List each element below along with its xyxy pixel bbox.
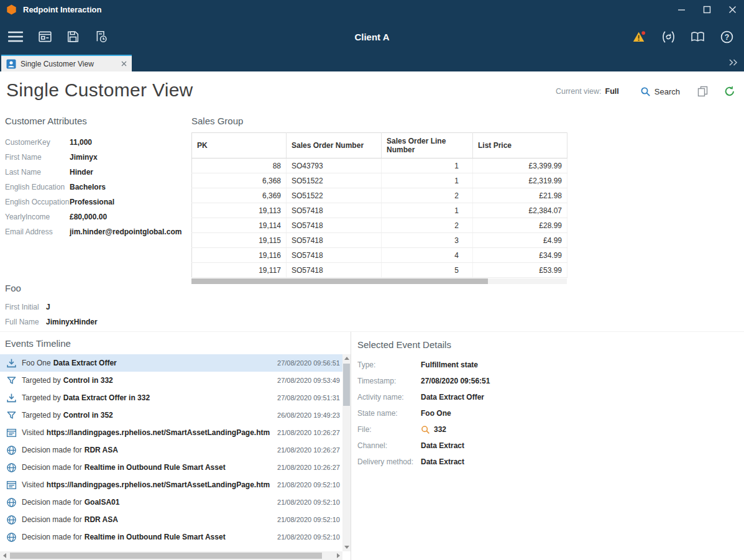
attribute-label: First Initial <box>5 303 46 311</box>
maximize-button[interactable] <box>703 6 711 14</box>
attribute-value: 11,000 <box>70 138 92 147</box>
column-header[interactable]: List Price <box>473 133 567 158</box>
refresh-icon[interactable] <box>724 86 735 97</box>
attribute-value: Hinder <box>70 168 93 177</box>
attribute-row: First InitialJ <box>5 300 98 314</box>
help-icon[interactable] <box>720 30 734 44</box>
current-view-value[interactable]: Full <box>605 87 619 96</box>
menu-icon[interactable] <box>7 30 24 43</box>
targeted-icon <box>6 410 17 421</box>
sync-icon[interactable] <box>661 30 676 44</box>
event-timestamp: 21/08/2020 10:26:27 <box>277 464 340 471</box>
detail-label: Activity name: <box>357 393 421 402</box>
detail-row: Type:Fulfillment state <box>357 360 744 370</box>
table-row[interactable]: 19,113SO574181£2,384.07 <box>192 203 567 218</box>
event-row[interactable]: Visitedhttps://landingpages.rphelios.net… <box>0 476 342 493</box>
event-row[interactable]: Decision made forRealtime in Outbound Ru… <box>0 528 342 546</box>
column-header[interactable]: Sales Order Line Number <box>382 133 473 158</box>
attribute-value: Jiminyx <box>70 153 98 162</box>
detail-row: Timestamp:27/08/2020 09:56:51 <box>357 376 744 386</box>
detail-label: Delivery method: <box>357 457 421 466</box>
search-button[interactable]: Search <box>640 86 680 97</box>
attribute-value: Professional <box>70 198 114 206</box>
table-row[interactable]: 6,368SO515221£2,319.99 <box>192 173 567 188</box>
copy-icon[interactable] <box>697 86 708 97</box>
scrollbar-thumb[interactable] <box>10 553 322 559</box>
table-row[interactable]: 19,114SO574182£28.99 <box>192 218 567 233</box>
history-icon[interactable] <box>94 30 108 43</box>
close-tab-icon[interactable] <box>121 61 127 67</box>
event-timestamp: 21/08/2020 09:52:10 <box>277 498 340 506</box>
scroll-right-icon[interactable] <box>334 551 342 560</box>
close-button[interactable] <box>728 6 737 14</box>
event-row[interactable]: Targeted byControl in 332 27/08/2020 09:… <box>0 372 342 389</box>
cell-order: SO57418 <box>287 203 382 218</box>
table-row[interactable]: 6,369SO515222£21.98 <box>192 188 567 203</box>
event-row[interactable]: Decision made forGoalSA01 21/08/2020 09:… <box>0 493 342 511</box>
scroll-up-icon[interactable] <box>342 354 351 362</box>
event-subject: RDR ASA <box>85 515 118 524</box>
attribute-row: YearlyIncome£80,000.00 <box>5 209 188 224</box>
attribute-value: jim.hinder@redpointglobal.com <box>70 227 181 236</box>
workspace-icon[interactable] <box>39 30 52 43</box>
detail-row: Delivery method:Data Extract <box>357 457 744 467</box>
foo-section: Foo First InitialJ Full NameJiminyxHinde… <box>5 283 98 329</box>
scrollbar-thumb[interactable] <box>343 364 350 406</box>
attribute-row: Last NameHinder <box>5 165 188 180</box>
cell-price: £53.99 <box>473 263 567 278</box>
detail-label: Type: <box>357 360 421 369</box>
event-prefix: Decision made for <box>22 498 82 507</box>
event-row[interactable]: Targeted byControl in 352 26/08/2020 19:… <box>0 406 342 424</box>
attribute-row: Full NameJiminyxHinder <box>5 314 98 329</box>
cell-order: SO57418 <box>287 233 382 248</box>
section-title: Selected Event Details <box>357 339 744 350</box>
events-list: Foo OneData Extract Offer 27/08/2020 09:… <box>0 354 342 551</box>
column-header[interactable]: PK <box>192 133 287 158</box>
page-header-actions: Current view: Full Search <box>556 86 735 97</box>
library-icon[interactable] <box>691 30 705 44</box>
cell-price: £4.99 <box>473 233 567 248</box>
scroll-down-icon[interactable] <box>342 543 351 551</box>
save-icon[interactable] <box>67 30 80 43</box>
events-vertical-scrollbar[interactable] <box>342 354 351 551</box>
table-row[interactable]: 88SO437931£3,399.99 <box>192 158 567 173</box>
detail-value[interactable]: 332 <box>434 425 446 434</box>
detail-label: State name: <box>357 409 421 418</box>
scroll-left-icon[interactable] <box>0 551 9 560</box>
webpage-icon <box>6 428 17 438</box>
detail-row: Activity name:Data Extract Offer <box>357 392 744 402</box>
event-row[interactable]: Targeted byData Extract Offer in 332 27/… <box>0 389 342 406</box>
tab-overflow-icon[interactable] <box>728 58 738 67</box>
scrollbar-thumb[interactable] <box>191 278 488 284</box>
event-row[interactable]: Decision made forRDR ASA 21/08/2020 09:5… <box>0 511 342 528</box>
table-row[interactable]: 19,116SO574184£34.99 <box>192 248 567 263</box>
webpage-icon <box>6 480 17 490</box>
sales-horizontal-scrollbar[interactable] <box>191 278 567 284</box>
event-row[interactable]: Decision made forRDR ASA 21/08/2020 10:2… <box>0 441 342 459</box>
file-search-icon[interactable] <box>421 425 430 434</box>
column-header[interactable]: Sales Order Number <box>287 133 382 158</box>
detail-row: Channel:Data Extract <box>357 441 744 451</box>
cell-line: 1 <box>382 173 473 188</box>
event-subject: Control in 352 <box>63 411 113 420</box>
decision-globe-icon <box>6 515 17 525</box>
minimize-button[interactable] <box>677 6 686 14</box>
table-row[interactable]: 19,117SO574185£53.99 <box>192 263 567 278</box>
event-row[interactable]: Foo OneData Extract Offer 27/08/2020 09:… <box>0 354 342 372</box>
event-prefix: Decision made for <box>22 515 82 524</box>
cell-order: SO57418 <box>287 263 382 278</box>
cell-order: SO43793 <box>287 158 382 173</box>
tab-single-customer-view[interactable]: Single Customer View <box>1 55 132 71</box>
event-prefix: Foo One <box>22 359 51 367</box>
attribute-label: English Occupation <box>5 198 70 206</box>
attribute-label: CustomerKey <box>5 138 70 147</box>
alerts-icon[interactable] <box>632 30 646 44</box>
table-row[interactable]: 19,115SO574183£4.99 <box>192 233 567 248</box>
event-subject: Realtime in Outbound Rule Smart Asset <box>85 533 226 541</box>
event-subject: https://landingpages.rphelios.net/SmartA… <box>47 428 270 437</box>
events-horizontal-scrollbar[interactable] <box>0 551 342 560</box>
attribute-label: YearlyIncome <box>5 213 70 221</box>
download-icon <box>6 393 17 403</box>
event-row[interactable]: Decision made forRealtime in Outbound Ru… <box>0 459 342 476</box>
event-row[interactable]: Visitedhttps://landingpages.rphelios.net… <box>0 424 342 441</box>
